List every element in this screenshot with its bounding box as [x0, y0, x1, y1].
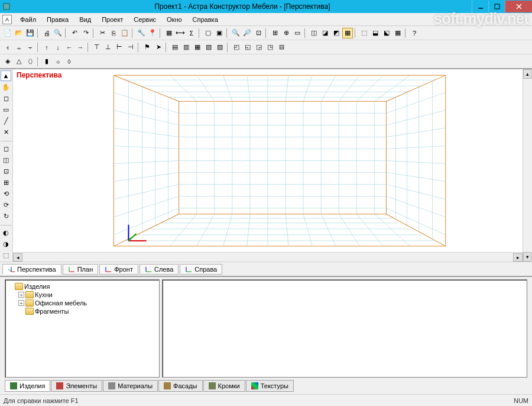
- tab-right[interactable]: Справа: [180, 264, 222, 275]
- sq-c-icon[interactable]: ⊡: [1, 166, 11, 176]
- close-button[interactable]: [505, 1, 532, 12]
- tool-c-icon[interactable]: ⬕: [381, 28, 392, 38]
- tool-a-icon[interactable]: ⬚: [359, 28, 369, 38]
- align-a-icon[interactable]: ⫞: [2, 42, 13, 53]
- tree-item[interactable]: + Кухни: [8, 291, 157, 299]
- tab-front[interactable]: Фронт: [99, 264, 138, 275]
- panel-a-icon[interactable]: ▮: [41, 56, 52, 67]
- rect-tool-icon[interactable]: ▭: [1, 104, 11, 115]
- tab-perspective[interactable]: Перспектива: [2, 264, 61, 275]
- panel-b-icon[interactable]: ⟐: [53, 56, 63, 67]
- line-icon[interactable]: ╱: [1, 115, 11, 126]
- rect-icon[interactable]: ▭: [292, 28, 303, 38]
- box2-icon[interactable]: ▣: [214, 28, 225, 38]
- hand-icon[interactable]: ✋: [1, 82, 11, 92]
- tab-elements[interactable]: Элементы: [51, 380, 102, 392]
- scroll-up-icon[interactable]: ▴: [523, 69, 531, 79]
- tab-textures[interactable]: Текстуры: [246, 380, 294, 392]
- opt-c-icon[interactable]: ⬚: [1, 250, 11, 260]
- tree-panel[interactable]: Изделия + Кухни + Офисная мебель Фрагмен…: [5, 279, 160, 378]
- distr-d-icon[interactable]: ⊣: [125, 42, 136, 53]
- nav-up-icon[interactable]: ↑: [41, 42, 52, 53]
- menu-window[interactable]: Окно: [162, 15, 187, 24]
- help-icon[interactable]: ?: [409, 28, 420, 38]
- refresh-icon[interactable]: ↻: [1, 211, 11, 221]
- align-c-icon[interactable]: ⫟: [25, 42, 35, 53]
- tab-materials[interactable]: Материалы: [103, 380, 158, 392]
- system-menu-icon[interactable]: A: [2, 15, 12, 24]
- layout-d-icon[interactable]: ▧: [203, 42, 214, 53]
- layout-e-icon[interactable]: ▨: [215, 42, 225, 53]
- tree-item[interactable]: Фрагменты: [8, 307, 157, 315]
- nav-down-icon[interactable]: ↓: [53, 42, 63, 53]
- expand-icon[interactable]: +: [18, 300, 24, 306]
- cross-icon[interactable]: ✕: [1, 127, 11, 137]
- tab-edges[interactable]: Кромки: [203, 380, 245, 392]
- flag-icon[interactable]: ⚑: [142, 42, 153, 53]
- zoom-in-icon[interactable]: 🔍: [231, 28, 241, 38]
- sq-a-icon[interactable]: ◻: [1, 143, 11, 154]
- menu-service[interactable]: Сервис: [129, 15, 161, 24]
- menu-project[interactable]: Проект: [97, 15, 128, 24]
- preview-icon[interactable]: 🔍: [53, 28, 63, 38]
- align-b-icon[interactable]: ⫠: [14, 42, 24, 53]
- scroll-down-icon[interactable]: ▾: [523, 252, 531, 262]
- tree-item[interactable]: + Офисная мебель: [8, 299, 157, 307]
- tool-icon[interactable]: 🔧: [136, 28, 147, 38]
- select-rect-icon[interactable]: ◻: [1, 93, 11, 104]
- scroll-left-icon[interactable]: ◂: [13, 253, 22, 262]
- panel-c-icon[interactable]: ◊: [64, 56, 74, 67]
- open-file-icon[interactable]: 📂: [14, 28, 24, 38]
- rotate-icon[interactable]: ⟲: [1, 188, 11, 199]
- scroll-track[interactable]: [523, 79, 532, 252]
- cube-icon[interactable]: ◫: [309, 28, 319, 38]
- nav-left-icon[interactable]: ←: [64, 42, 74, 53]
- tool-b-icon[interactable]: ⬓: [370, 28, 381, 38]
- new-file-icon[interactable]: 📄: [2, 28, 13, 38]
- misc-b-icon[interactable]: ◱: [242, 42, 253, 53]
- save-icon[interactable]: 💾: [25, 28, 35, 38]
- tab-left[interactable]: Слева: [140, 264, 179, 275]
- print-icon[interactable]: 🖨: [41, 28, 52, 38]
- distr-c-icon[interactable]: ⊢: [114, 42, 125, 53]
- layout-b-icon[interactable]: ▥: [181, 42, 192, 53]
- undo-icon[interactable]: ↶: [69, 28, 80, 38]
- viewport-3d[interactable]: [13, 69, 523, 252]
- misc-a-icon[interactable]: ◰: [231, 42, 242, 53]
- horizontal-scrollbar[interactable]: ◂ ▸: [13, 252, 523, 262]
- opt-a-icon[interactable]: ◐: [1, 227, 11, 238]
- scroll-right-icon[interactable]: ▸: [513, 253, 523, 262]
- zoom-out-icon[interactable]: 🔎: [242, 28, 252, 38]
- grid-icon[interactable]: ⊞: [270, 28, 280, 38]
- misc-d-icon[interactable]: ◳: [265, 42, 275, 53]
- menu-view[interactable]: Вид: [74, 15, 96, 24]
- arrow-icon[interactable]: ➤: [153, 42, 164, 53]
- misc-c-icon[interactable]: ◲: [254, 42, 264, 53]
- tool-d-icon[interactable]: ▦: [392, 28, 403, 38]
- redo-icon[interactable]: ↷: [80, 28, 91, 38]
- menu-help[interactable]: Справка: [188, 15, 223, 24]
- tree-root[interactable]: Изделия: [8, 282, 157, 291]
- sq-d-icon[interactable]: ⊞: [1, 177, 11, 188]
- box-icon[interactable]: ▢: [203, 28, 213, 38]
- pointer-icon[interactable]: ▲: [1, 70, 11, 81]
- group-icon[interactable]: ▦: [164, 28, 174, 38]
- nav-right-icon[interactable]: →: [75, 42, 86, 53]
- minimize-button[interactable]: [472, 1, 488, 12]
- cube4-icon[interactable]: ▦: [342, 28, 353, 38]
- maximize-button[interactable]: [488, 1, 505, 12]
- copy-icon[interactable]: ⎘: [108, 28, 119, 38]
- layout-c-icon[interactable]: ▦: [192, 42, 203, 53]
- cube3-icon[interactable]: ◩: [331, 28, 342, 38]
- vertical-scrollbar[interactable]: ▴ ▾: [523, 69, 532, 262]
- tab-plan[interactable]: План: [63, 264, 99, 275]
- zoom-fit-icon[interactable]: ⊡: [253, 28, 264, 38]
- paste-icon[interactable]: 📋: [119, 28, 130, 38]
- cone-icon[interactable]: △: [14, 56, 24, 67]
- misc-e-icon[interactable]: ⊟: [276, 42, 287, 53]
- target-icon[interactable]: ⊕: [281, 28, 291, 38]
- distr-b-icon[interactable]: ⊥: [103, 42, 113, 53]
- tab-products[interactable]: Изделия: [5, 380, 50, 392]
- cube3d-icon[interactable]: ◈: [2, 56, 13, 67]
- pin-icon[interactable]: 📍: [147, 28, 158, 38]
